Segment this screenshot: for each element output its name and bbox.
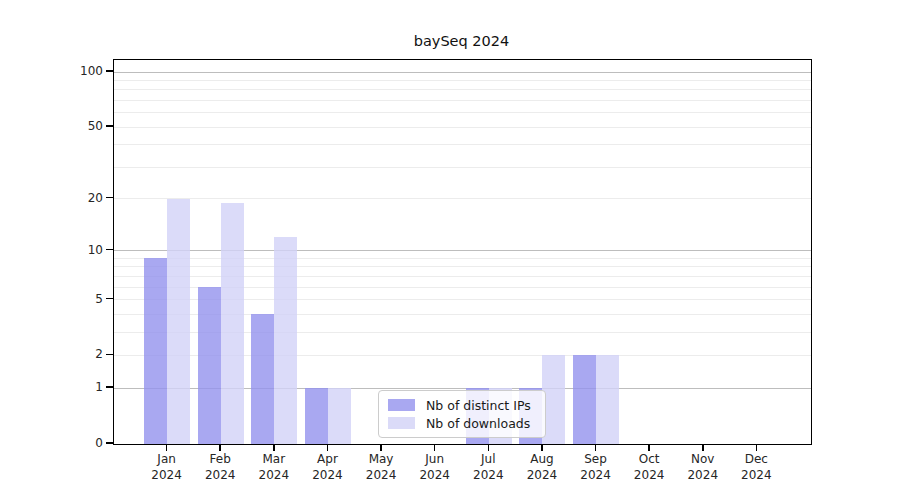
x-tick-label-aug: Aug <box>514 451 570 467</box>
x-tick-label-mar: Mar <box>246 451 302 467</box>
x-tick-mar <box>273 445 275 451</box>
x-tick-may <box>380 445 382 451</box>
x-tick-jan <box>166 445 168 451</box>
x-tick-sublabel-nov: 2024 <box>675 467 731 483</box>
y-tick-50 <box>106 125 113 127</box>
bar-ips-jan <box>144 258 167 444</box>
x-tick-sublabel-oct: 2024 <box>621 467 677 483</box>
plot-area <box>113 59 812 445</box>
legend-label-distinct-ips: Nb of distinct IPs <box>426 398 531 413</box>
bar-ips-apr <box>305 388 328 444</box>
x-tick-sublabel-sep: 2024 <box>568 467 624 483</box>
gridline-minor-8 <box>114 266 811 267</box>
x-tick-dec <box>756 445 758 451</box>
gridline-major-100 <box>114 72 811 73</box>
x-tick-label-nov: Nov <box>675 451 731 467</box>
y-tick-2 <box>106 354 113 356</box>
gridline-minor-20 <box>114 198 811 199</box>
x-tick-label-oct: Oct <box>621 451 677 467</box>
x-tick-label-apr: Apr <box>299 451 355 467</box>
gridline-minor-80 <box>114 89 811 90</box>
y-tick-label-50: 50 <box>43 117 103 135</box>
bar-ips-mar <box>251 314 274 444</box>
y-tick-5 <box>106 298 113 300</box>
gridline-minor-90 <box>114 80 811 81</box>
bar-downloads-sep <box>596 355 619 444</box>
y-tick-20 <box>106 197 113 199</box>
chart-title: baySeq 2024 <box>113 33 810 49</box>
x-tick-label-may: May <box>353 451 409 467</box>
y-tick-label-2: 2 <box>43 345 103 363</box>
y-tick-label-1: 1 <box>43 378 103 396</box>
gridline-minor-70 <box>114 100 811 101</box>
x-tick-label-jan: Jan <box>139 451 195 467</box>
bar-downloads-apr <box>328 388 351 444</box>
y-tick-label-5: 5 <box>43 290 103 308</box>
x-tick-oct <box>648 445 650 451</box>
chart-figure: baySeq 2024 0125102050100Jan2024Feb2024M… <box>0 0 900 500</box>
legend-swatch-distinct-ips <box>388 399 415 411</box>
x-tick-sublabel-jul: 2024 <box>460 467 516 483</box>
x-tick-sublabel-dec: 2024 <box>728 467 784 483</box>
x-tick-label-jul: Jul <box>460 451 516 467</box>
x-tick-aug <box>541 445 543 451</box>
x-tick-jun <box>434 445 436 451</box>
x-tick-apr <box>327 445 329 451</box>
x-tick-label-dec: Dec <box>728 451 784 467</box>
y-tick-label-0: 0 <box>43 434 103 452</box>
x-tick-label-feb: Feb <box>192 451 248 467</box>
x-tick-jul <box>488 445 490 451</box>
x-tick-sublabel-aug: 2024 <box>514 467 570 483</box>
legend-item-downloads: Nb of downloads <box>388 414 537 432</box>
x-tick-sublabel-jan: 2024 <box>139 467 195 483</box>
gridline-minor-30 <box>114 167 811 168</box>
y-tick-0 <box>106 442 113 444</box>
x-tick-sublabel-apr: 2024 <box>299 467 355 483</box>
y-tick-label-20: 20 <box>43 189 103 207</box>
bar-downloads-jan <box>167 199 190 444</box>
y-tick-label-10: 10 <box>43 241 103 259</box>
x-tick-nov <box>702 445 704 451</box>
legend-item-distinct-ips: Nb of distinct IPs <box>388 396 537 414</box>
legend-swatch-downloads <box>388 417 415 429</box>
bar-ips-feb <box>198 287 221 444</box>
gridline-minor-7 <box>114 276 811 277</box>
legend: Nb of distinct IPs Nb of downloads <box>378 390 546 438</box>
x-tick-label-jun: Jun <box>407 451 463 467</box>
gridline-minor-50 <box>114 127 811 128</box>
y-tick-10 <box>106 249 113 251</box>
legend-label-downloads: Nb of downloads <box>426 416 530 431</box>
x-tick-label-sep: Sep <box>568 451 624 467</box>
x-tick-sublabel-mar: 2024 <box>246 467 302 483</box>
bar-downloads-feb <box>221 203 244 445</box>
x-tick-sublabel-feb: 2024 <box>192 467 248 483</box>
y-tick-label-100: 100 <box>43 62 103 80</box>
x-tick-sublabel-may: 2024 <box>353 467 409 483</box>
x-tick-feb <box>219 445 221 451</box>
bar-ips-sep <box>573 355 596 444</box>
gridline-minor-40 <box>114 144 811 145</box>
gridline-minor-9 <box>114 258 811 259</box>
gridline-major-10 <box>114 250 811 251</box>
y-tick-100 <box>106 70 113 72</box>
bar-downloads-mar <box>274 237 297 444</box>
gridline-minor-60 <box>114 112 811 113</box>
x-tick-sep <box>595 445 597 451</box>
y-tick-1 <box>106 386 113 388</box>
x-tick-sublabel-jun: 2024 <box>407 467 463 483</box>
